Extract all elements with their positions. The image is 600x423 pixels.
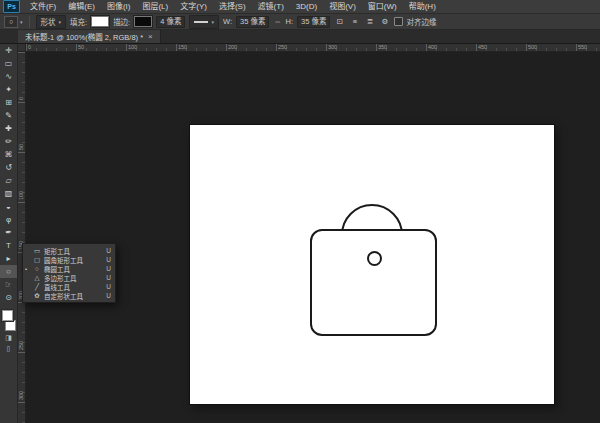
tool-button[interactable]: ○	[0, 265, 17, 278]
tool-icon: ✎	[5, 112, 12, 120]
tool-button[interactable]: ✎	[0, 109, 17, 122]
menu-item[interactable]: 帮助(H)	[403, 0, 442, 13]
menu-item[interactable]: 文字(Y)	[174, 0, 213, 13]
tool-button[interactable]: ✚	[0, 122, 17, 135]
height-label: H:	[285, 17, 293, 26]
shape-small-circle	[367, 251, 382, 266]
ruler-label: 450	[476, 44, 526, 51]
shape-width-input[interactable]: 35 像素	[236, 16, 269, 28]
flyout-item-shortcut: U	[106, 256, 111, 263]
align-edges-label: 对齐边缘	[406, 16, 436, 27]
path-alignment-icon[interactable]: ≡	[349, 17, 360, 26]
tool-mode-select[interactable]: 形状 ▾	[36, 15, 67, 29]
tool-icon: ☞	[5, 281, 12, 289]
color-swatches	[0, 308, 17, 332]
chevron-down-icon: ▾	[20, 19, 23, 25]
document-tab-bar: 未标题-1 @ 100%(椭圆 2, RGB/8) * ×	[0, 30, 600, 44]
shape-tool-icon: ▭	[33, 247, 41, 255]
tool-button[interactable]: ✏	[0, 135, 17, 148]
stroke-style-select[interactable]: ▾	[189, 15, 219, 29]
tool-icon: ↺	[5, 164, 12, 172]
tool-button[interactable]: ⊙	[0, 291, 17, 304]
menu-item[interactable]: 图像(I)	[101, 0, 137, 13]
menu-item[interactable]: 3D(D)	[290, 0, 323, 13]
stroke-width-input[interactable]: 4 像素	[156, 16, 185, 28]
options-bar: ○ ▾ 形状 ▾ 填充: 描边: 4 像素 ▾ W: 35 像素 ⇔ H: 35…	[0, 14, 600, 30]
menu-item[interactable]: 图层(L)	[136, 0, 174, 13]
background-color-swatch[interactable]	[5, 320, 16, 331]
screen-mode-button[interactable]: ▯	[0, 343, 17, 354]
flyout-menu-item[interactable]: • ✿ 自定形状工具 U	[23, 291, 115, 300]
stroke-color-swatch[interactable]	[134, 16, 152, 27]
selected-tool-indicator: •	[25, 266, 30, 272]
tool-button[interactable]: T	[0, 239, 17, 252]
tool-button[interactable]: ⊞	[0, 96, 17, 109]
menu-item[interactable]: 滤镜(T)	[252, 0, 290, 13]
tool-icon: ✒	[5, 229, 12, 237]
ruler-label: 50	[18, 102, 25, 152]
canvas[interactable]	[190, 125, 554, 404]
tool-icon: ▸	[6, 255, 10, 263]
tool-button[interactable]: ☞	[0, 278, 17, 291]
tool-button[interactable]: ↺	[0, 161, 17, 174]
ellipse-tool-icon: ○	[4, 16, 18, 28]
menu-item[interactable]: 窗口(W)	[362, 0, 403, 13]
tool-button[interactable]: ⌘	[0, 148, 17, 161]
ruler-label: 300	[18, 352, 25, 402]
tool-icon: ✚	[5, 125, 12, 133]
tool-list: ✛ ▭ ∿ ✦ ⊞	[0, 44, 17, 304]
settings-gear-icon[interactable]: ⚙	[379, 17, 390, 26]
tool-button[interactable]: ▸	[0, 252, 17, 265]
ruler-label: 400	[426, 44, 476, 51]
foreground-color-swatch[interactable]	[2, 310, 13, 321]
tool-button[interactable]: ◒	[0, 200, 17, 213]
fill-color-swatch[interactable]	[91, 16, 109, 27]
horizontal-ruler[interactable]: 0 50 100 150 200 250 300 350 400 450 500	[26, 44, 600, 52]
ruler-label: 150	[176, 44, 226, 51]
shape-tool-icon: ╱	[33, 283, 41, 291]
document-tab[interactable]: 未标题-1 @ 100%(椭圆 2, RGB/8) * ×	[18, 30, 161, 43]
shape-height-input[interactable]: 35 像素	[297, 16, 330, 28]
ruler-label: 100	[126, 44, 176, 51]
ruler-label: 200	[226, 44, 276, 51]
path-operations-icon[interactable]: ⊡	[334, 17, 345, 26]
tool-icon: ⊙	[5, 294, 12, 302]
tool-button[interactable]: ✦	[0, 83, 17, 96]
shape-tool-icon: ▢	[33, 256, 41, 264]
tool-icon: ▭	[5, 60, 13, 68]
menu-item[interactable]: 文件(F)	[24, 0, 62, 13]
align-edges-checkbox[interactable]	[394, 17, 403, 26]
tool-button[interactable]: φ	[0, 213, 17, 226]
tool-icon: ⊞	[5, 99, 12, 107]
shape-tool-icon: △	[33, 274, 41, 282]
menu-bar: Ps 文件(F) 编辑(E) 图像(I) 图层(L) 文字(Y) 选择(S) 滤…	[0, 0, 600, 14]
tool-preset-picker[interactable]: ○ ▾	[4, 16, 23, 28]
menu-item[interactable]: 视图(V)	[323, 0, 362, 13]
stroke-label: 描边:	[113, 16, 130, 27]
tool-icon: ▱	[5, 177, 11, 185]
ruler-label: 250	[276, 44, 326, 51]
tool-button[interactable]: ▭	[0, 57, 17, 70]
fill-label: 填充:	[70, 16, 87, 27]
path-arrangement-icon[interactable]: ≣	[364, 17, 375, 26]
ruler-label: 50	[76, 44, 126, 51]
chevron-down-icon: ▾	[211, 19, 214, 25]
flyout-item-shortcut: U	[106, 292, 111, 299]
ruler-label: 550	[576, 44, 600, 51]
tool-button[interactable]: ▱	[0, 174, 17, 187]
shape-tools-flyout: • ▭ 矩形工具 U • ▢ 圆角矩形工具 U • ○ 椭圆工具 U • △	[22, 243, 116, 303]
ruler-label: 0	[18, 52, 25, 102]
tool-button[interactable]: ▧	[0, 187, 17, 200]
tool-button[interactable]: ✛	[0, 44, 17, 57]
menu-item[interactable]: 编辑(E)	[62, 0, 101, 13]
tab-close-icon[interactable]: ×	[148, 33, 153, 41]
tool-icon: ✛	[5, 47, 12, 55]
tool-button[interactable]: ∿	[0, 70, 17, 83]
flyout-item-shortcut: U	[106, 274, 111, 281]
tool-button[interactable]: ✒	[0, 226, 17, 239]
menu-item[interactable]: 选择(S)	[213, 0, 252, 13]
link-dimensions-icon[interactable]: ⇔	[273, 17, 281, 26]
quick-mask-button[interactable]: ◨	[0, 332, 17, 343]
vertical-ruler[interactable]: 0 50 100 150 200 250 300 350	[18, 52, 26, 423]
photoshop-logo-icon: Ps	[3, 0, 20, 13]
